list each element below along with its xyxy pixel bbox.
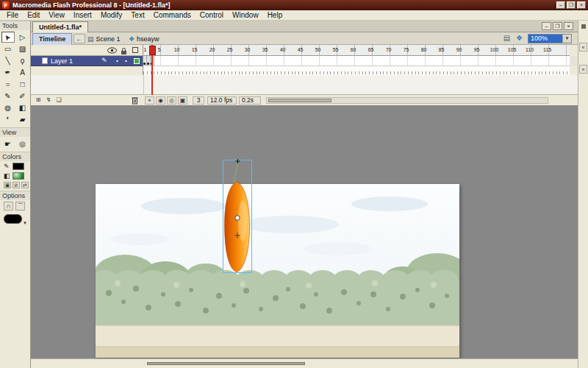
layer-name[interactable]: Layer 1 <box>51 57 73 65</box>
document-window-controls: – ❐ × <box>542 22 573 30</box>
stroke-color-swatch[interactable] <box>12 163 24 170</box>
insert-folder-button[interactable]: ❏ <box>54 96 64 105</box>
center-frame-button[interactable]: ⌖ <box>145 96 154 105</box>
eyedropper-tool[interactable]: ❜ <box>1 114 15 125</box>
menu-modify[interactable]: Modify <box>96 11 126 19</box>
layer-row-layer1[interactable]: Layer 1 ✎ • • <box>31 56 143 66</box>
zoom-dropdown-arrow-icon[interactable]: ▼ <box>562 35 571 43</box>
edit-multiple-frames-button[interactable]: ▣ <box>178 96 187 105</box>
text-tool[interactable]: A <box>16 67 29 78</box>
snap-to-objects-button[interactable]: ∩ <box>4 202 13 210</box>
smooth-button[interactable]: ⌒ <box>15 202 25 210</box>
document-tab-bar: Untitled-1.fla* – ❐ × <box>31 21 578 32</box>
frame-rate-indicator[interactable]: 12.0 fps <box>207 96 237 105</box>
rectangle-tool[interactable]: □ <box>16 79 29 90</box>
ruler-number: 35 <box>262 47 268 52</box>
stage-horizontal-scrollbar[interactable] <box>31 358 578 368</box>
stroke-color-row: ✎ <box>0 161 30 171</box>
transform-point-icon[interactable] <box>235 216 240 220</box>
free-transform-tool[interactable]: ▭ <box>1 43 15 54</box>
menu-commands[interactable]: Commands <box>149 11 196 19</box>
menu-help[interactable]: Help <box>263 11 287 19</box>
doc-minimize-button[interactable]: – <box>542 22 551 30</box>
eyedropper-tool-icon: ❜ <box>7 116 9 124</box>
outline-view-icon[interactable] <box>132 47 138 53</box>
options-section-title: Options <box>0 191 30 200</box>
fill-color-row: ◧ <box>0 171 30 180</box>
pencil-tool[interactable]: ✎ <box>1 91 15 102</box>
fill-bucket-icon: ◧ <box>4 172 10 180</box>
timeline-zoom-combo[interactable]: 100% ▼ <box>528 34 572 43</box>
mango-stem[interactable] <box>234 163 238 185</box>
collapse-panels-button[interactable]: « <box>579 43 587 52</box>
option-color-swatch[interactable] <box>4 214 22 224</box>
document-tab[interactable]: Untitled-1.fla* <box>32 21 88 32</box>
add-motion-guide-button[interactable]: ↯ <box>43 96 54 105</box>
free-transform-tool-icon: ▭ <box>4 45 11 53</box>
gradient-transform-tool[interactable]: ▨ <box>16 43 29 54</box>
line-tool[interactable]: ╲ <box>1 55 15 66</box>
lasso-tool[interactable]: ϙ <box>16 55 29 66</box>
ruler-number: 30 <box>245 47 251 52</box>
expand-panels-button[interactable]: » <box>579 65 587 74</box>
option-dropdown-arrow-icon[interactable]: ▼ <box>23 221 27 225</box>
view-section-title: View <box>0 127 30 137</box>
edit-symbol-button[interactable]: ❖ <box>514 34 525 43</box>
eraser-tool[interactable]: ▰ <box>16 114 29 125</box>
pen-tool[interactable]: ✒ <box>1 67 15 78</box>
oval-tool[interactable]: ○ <box>1 79 15 90</box>
back-arrow-button[interactable]: ← <box>74 34 85 43</box>
timeline-frame-ruler[interactable]: 1510152025303540455055606570758085909510… <box>143 45 570 56</box>
layer-lock-dot[interactable]: • <box>125 57 127 64</box>
insert-layer-button[interactable]: ⊞ <box>33 96 43 105</box>
onion-skin-button[interactable]: ◉ <box>156 96 165 105</box>
ruler-number: 115 <box>543 47 551 52</box>
paint-bucket-tool[interactable]: ◧ <box>16 102 29 113</box>
ink-bottle-tool[interactable]: ◍ <box>1 102 15 113</box>
black-white-button[interactable]: ▣ <box>4 182 11 188</box>
playhead-handle[interactable] <box>149 46 156 55</box>
stage-scroll-thumb[interactable] <box>147 362 305 365</box>
close-button[interactable]: × <box>577 1 586 9</box>
tool-options-row: ∩ ⌒ <box>0 200 30 212</box>
doc-close-button[interactable]: × <box>564 22 573 30</box>
menu-insert[interactable]: Insert <box>69 11 96 19</box>
menu-file[interactable]: File <box>2 11 23 19</box>
breadcrumb-symbol[interactable]: ❖ hseayw <box>126 34 162 43</box>
minimize-button[interactable]: – <box>556 1 565 9</box>
menu-window[interactable]: Window <box>228 11 263 19</box>
hand-tool[interactable]: ☛ <box>1 138 15 149</box>
layer-outline-color-chip[interactable] <box>134 58 140 64</box>
zoom-tool[interactable]: ◎ <box>16 138 29 149</box>
lasso-tool-icon: ϙ <box>21 57 25 65</box>
breadcrumb-scene[interactable]: ▤ Scene 1 <box>85 34 123 43</box>
maximize-button[interactable]: ❐ <box>567 1 576 9</box>
panel-grip[interactable] <box>581 24 586 29</box>
subselection-tool[interactable]: ▷ <box>16 32 29 43</box>
timeline-tab[interactable]: Timeline <box>32 33 72 45</box>
menu-view[interactable]: View <box>44 11 69 19</box>
stage-scene-graphic <box>96 184 459 358</box>
zoom-tool-icon: ◎ <box>19 140 26 148</box>
layer-visibility-dot[interactable]: • <box>116 57 118 64</box>
show-hide-eye-icon[interactable] <box>107 47 117 55</box>
doc-restore-button[interactable]: ❐ <box>553 22 562 30</box>
onion-skin-outlines-button[interactable]: ◎ <box>167 96 176 105</box>
timeline-scroll-thumb[interactable] <box>268 99 331 102</box>
no-color-button[interactable]: ⊘ <box>12 182 20 188</box>
selection-tool[interactable]: ➤ <box>1 32 15 43</box>
swap-colors-button[interactable]: ⇄ <box>21 182 29 188</box>
menu-text[interactable]: Text <box>126 11 148 19</box>
line-tool-icon: ╲ <box>5 57 10 65</box>
mango-object-graphic[interactable] <box>223 158 252 275</box>
stage-area[interactable] <box>31 105 578 358</box>
timeline-horizontal-scrollbar[interactable] <box>266 97 548 104</box>
menu-control[interactable]: Control <box>196 11 228 19</box>
stage-canvas[interactable] <box>96 184 459 358</box>
delete-layer-trash-icon[interactable] <box>129 96 140 105</box>
brush-tool[interactable]: ✐ <box>16 91 29 102</box>
edit-scene-button[interactable]: ▤ <box>501 34 512 43</box>
fill-color-swatch[interactable] <box>12 172 24 180</box>
layer-frames-strip[interactable] <box>143 56 570 66</box>
menu-edit[interactable]: Edit <box>23 11 44 19</box>
